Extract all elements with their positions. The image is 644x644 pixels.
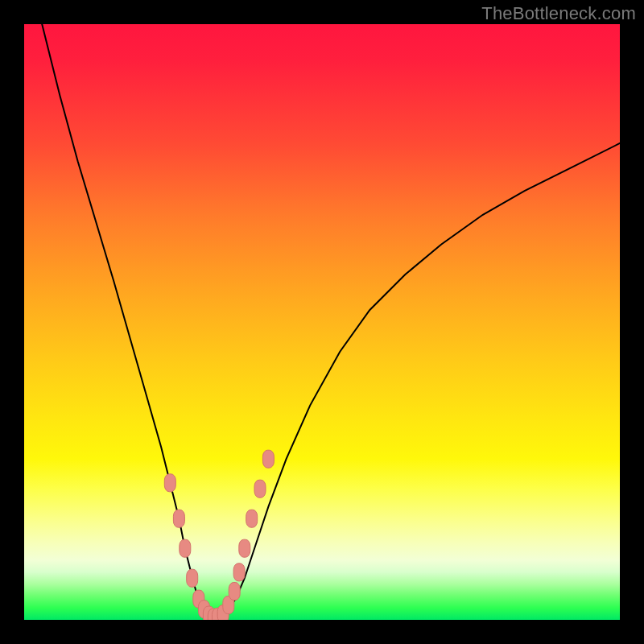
- marker-point: [262, 450, 274, 468]
- plot-area: [24, 24, 620, 620]
- curve-right-branch: [215, 143, 620, 618]
- marker-point: [164, 474, 175, 492]
- marker-point: [239, 539, 250, 557]
- chart-frame: TheBottleneck.com: [0, 0, 644, 644]
- marker-point: [187, 569, 198, 587]
- marker-point: [246, 510, 258, 527]
- curve-layer: [24, 24, 620, 620]
- marker-point: [229, 583, 240, 601]
- curve-group: [42, 24, 620, 618]
- marker-point: [173, 510, 184, 527]
- marker-group: [164, 450, 274, 620]
- marker-point: [180, 539, 191, 557]
- marker-point: [254, 480, 266, 497]
- marker-point: [233, 564, 245, 581]
- curve-left-branch: [42, 24, 215, 618]
- watermark-text: TheBottleneck.com: [481, 3, 636, 24]
